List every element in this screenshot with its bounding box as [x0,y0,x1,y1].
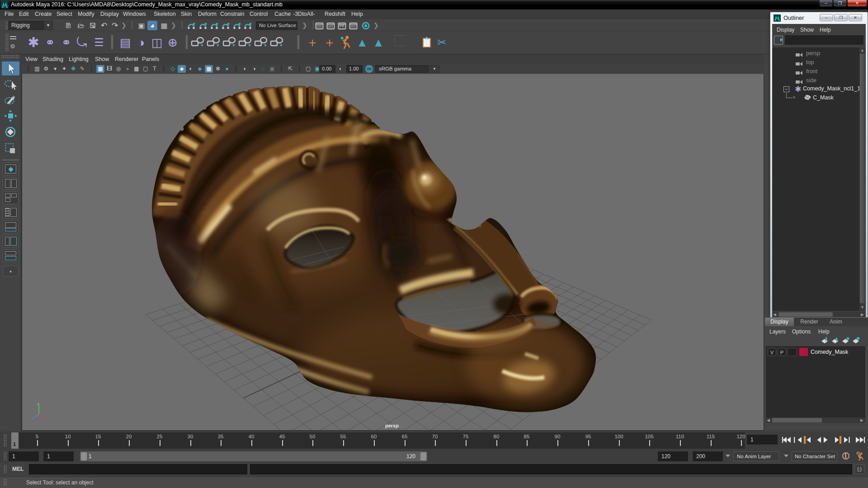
svg-text:IPR: IPR [339,24,344,28]
svg-text:y: y [38,402,39,406]
